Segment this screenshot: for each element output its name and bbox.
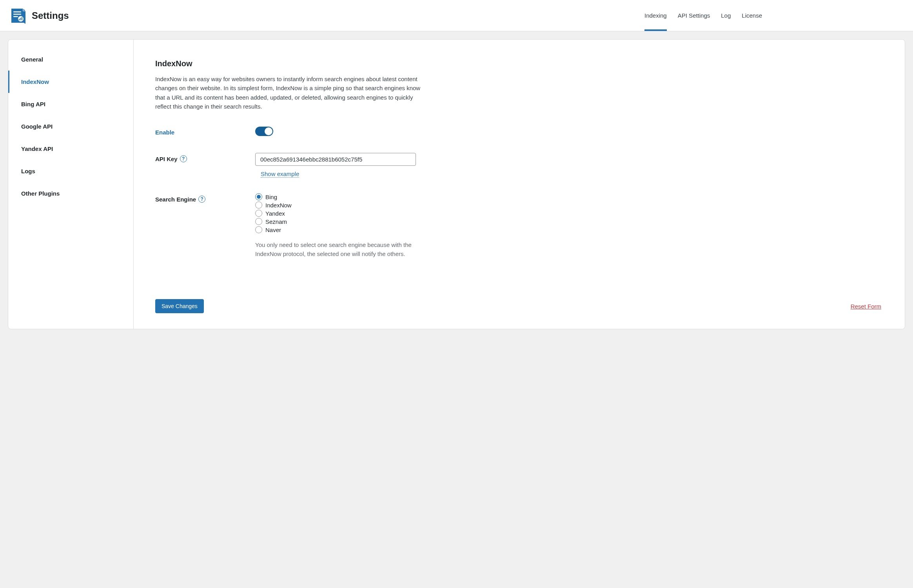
svg-rect-1	[13, 14, 21, 15]
enable-row: Enable	[155, 127, 881, 137]
main-container: General IndexNow Bing API Google API Yan…	[0, 31, 913, 337]
radio-icon	[255, 226, 262, 233]
sidebar-item-bing-api[interactable]: Bing API	[8, 93, 133, 115]
radio-indexnow[interactable]: IndexNow	[255, 201, 881, 209]
section-description: IndexNow is an easy way for websites own…	[155, 74, 430, 111]
search-engine-hint: You only need to select one search engin…	[255, 240, 412, 259]
reset-form-link[interactable]: Reset Form	[851, 303, 881, 310]
radio-bing[interactable]: Bing	[255, 193, 881, 200]
help-icon[interactable]: ?	[180, 155, 187, 162]
radio-label: Bing	[265, 194, 277, 200]
radio-icon	[255, 218, 262, 225]
page-title: Settings	[32, 10, 69, 21]
svg-rect-2	[13, 16, 18, 17]
search-engine-label: Search Engine ?	[155, 193, 255, 203]
enable-control	[255, 127, 881, 137]
search-engine-label-text: Search Engine	[155, 196, 196, 203]
content-area: IndexNow IndexNow is an easy way for web…	[134, 40, 905, 329]
api-key-input[interactable]	[255, 153, 416, 166]
tab-log[interactable]: Log	[721, 0, 731, 31]
sidebar-item-logs[interactable]: Logs	[8, 160, 133, 182]
svg-rect-0	[13, 11, 21, 13]
page-header: Settings Indexing API Settings Log Licen…	[0, 0, 913, 31]
sidebar-item-general[interactable]: General	[8, 48, 133, 71]
radio-label: Yandex	[265, 210, 285, 217]
radio-yandex[interactable]: Yandex	[255, 210, 881, 217]
section-title: IndexNow	[155, 59, 881, 68]
radio-label: IndexNow	[265, 202, 292, 209]
radio-label: Seznam	[265, 218, 287, 225]
tab-license[interactable]: License	[742, 0, 762, 31]
radio-label: Naver	[265, 227, 281, 233]
svg-rect-7	[20, 18, 21, 20]
search-engine-radio-list: Bing IndexNow Yandex Seznam	[255, 193, 881, 233]
radio-icon	[255, 201, 262, 209]
settings-panel: General IndexNow Bing API Google API Yan…	[8, 39, 905, 329]
save-button[interactable]: Save Changes	[155, 299, 204, 313]
api-key-control: Show example	[255, 153, 881, 178]
radio-seznam[interactable]: Seznam	[255, 218, 881, 225]
radio-icon	[255, 193, 262, 200]
show-example-link[interactable]: Show example	[261, 171, 299, 178]
sidebar-item-indexnow[interactable]: IndexNow	[8, 71, 133, 93]
sidebar-item-other-plugins[interactable]: Other Plugins	[8, 182, 133, 205]
svg-rect-8	[22, 17, 22, 20]
enable-label: Enable	[155, 127, 255, 136]
api-key-label: API Key ?	[155, 153, 255, 162]
help-icon[interactable]: ?	[198, 196, 205, 203]
form-footer: Save Changes Reset Form	[155, 276, 881, 313]
header-nav: Indexing API Settings Log License	[644, 0, 762, 31]
search-engine-row: Search Engine ? Bing IndexNow	[155, 193, 881, 259]
search-engine-control: Bing IndexNow Yandex Seznam	[255, 193, 881, 259]
tab-indexing[interactable]: Indexing	[644, 0, 667, 31]
enable-toggle[interactable]	[255, 127, 273, 136]
api-key-row: API Key ? Show example	[155, 153, 881, 178]
radio-naver[interactable]: Naver	[255, 226, 881, 233]
radio-icon	[255, 210, 262, 217]
sidebar-item-yandex-api[interactable]: Yandex API	[8, 138, 133, 160]
header-left: Settings	[10, 7, 69, 24]
tab-api-settings[interactable]: API Settings	[678, 0, 710, 31]
api-key-label-text: API Key	[155, 156, 178, 162]
sidebar: General IndexNow Bing API Google API Yan…	[8, 40, 134, 329]
settings-logo-icon	[10, 7, 27, 24]
sidebar-item-google-api[interactable]: Google API	[8, 115, 133, 138]
svg-rect-6	[19, 19, 20, 20]
